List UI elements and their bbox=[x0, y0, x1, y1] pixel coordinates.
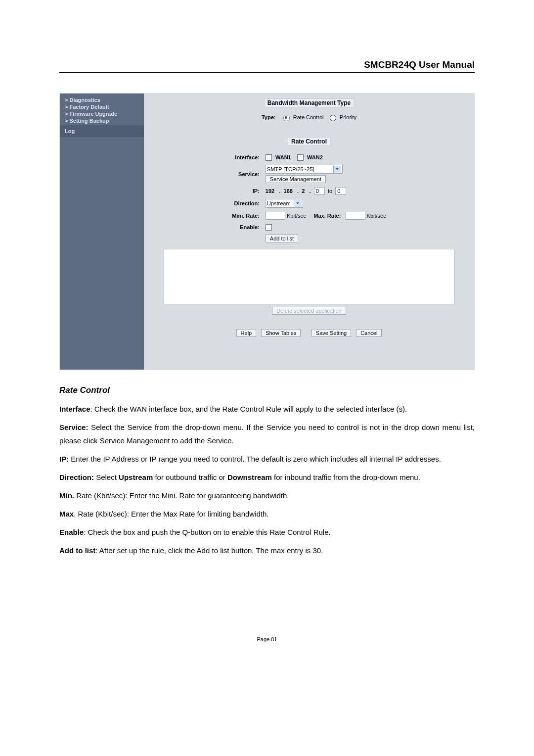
label-service: Service: bbox=[232, 163, 265, 185]
max-rate-input[interactable] bbox=[346, 212, 365, 220]
label-direction: Direction: bbox=[232, 197, 265, 209]
page-footer: Page 81 bbox=[59, 636, 475, 642]
sidebar: > Diagnostics > Factory Default > Firmwa… bbox=[60, 94, 144, 370]
doc-body: Rate Control Interface: Check the WAN in… bbox=[59, 383, 475, 557]
service-value: SMTP [TCP/25~25] bbox=[267, 166, 330, 172]
sidebar-item-factory-default[interactable]: > Factory Default bbox=[60, 103, 144, 110]
doc-heading: Rate Control bbox=[59, 383, 475, 398]
t-min-b: Min. bbox=[59, 491, 74, 500]
t-dir-b: Direction: bbox=[59, 473, 94, 481]
enable-checkbox[interactable] bbox=[266, 224, 272, 231]
service-management-button[interactable]: Service Management bbox=[266, 175, 326, 183]
t-add-b: Add to list bbox=[59, 546, 95, 555]
t-min: Rate (Kbit/sec): Enter the Mini. Rate fo… bbox=[74, 491, 289, 500]
ip-range-end-input[interactable] bbox=[335, 187, 346, 195]
label-interface: Interface: bbox=[232, 153, 265, 163]
ip-octet1: 192 bbox=[266, 188, 274, 194]
ui-screenshot: > Diagnostics > Factory Default > Firmwa… bbox=[59, 93, 475, 370]
ip-octet3: 2 bbox=[302, 188, 305, 194]
t-service-b: Service: bbox=[59, 423, 88, 431]
t-dir-end: for inbound traffic from the drop-down m… bbox=[272, 473, 420, 481]
radio-rate-control-label: Rate Control bbox=[293, 114, 324, 120]
main-panel: Bandwidth Management Type Type: Rate Con… bbox=[144, 94, 474, 370]
chevron-down-icon bbox=[294, 200, 302, 207]
t-ip: Enter the IP Address or IP range you nee… bbox=[69, 455, 441, 463]
t-enable-b: Enable bbox=[59, 528, 84, 536]
rate-control-form: Interface: WAN1 WAN2 Service: bbox=[231, 152, 387, 245]
t-interface: : Check the WAN interface box, and the R… bbox=[90, 405, 407, 413]
type-label: Type: bbox=[262, 114, 276, 120]
delete-selected-button[interactable]: Delete selected application bbox=[272, 307, 346, 315]
doc-header: SMCBR24Q User Manual bbox=[59, 59, 475, 73]
t-interface-b: Interface bbox=[59, 405, 90, 413]
t-dir-down: Downstream bbox=[227, 473, 272, 481]
help-button[interactable]: Help bbox=[236, 329, 257, 337]
radio-rate-control[interactable] bbox=[283, 115, 290, 121]
min-rate-input[interactable] bbox=[266, 212, 285, 220]
doc-title: SMCBR24Q User Manual bbox=[364, 59, 475, 70]
service-select[interactable]: SMTP [TCP/25~25] bbox=[266, 165, 343, 174]
checkbox-wan2[interactable] bbox=[297, 154, 304, 161]
label-enable: Enable: bbox=[232, 222, 265, 232]
ip-to: to bbox=[328, 188, 332, 194]
t-add: : After set up the rule, click the Add t… bbox=[95, 546, 323, 555]
save-setting-button[interactable]: Save Setting bbox=[312, 329, 351, 337]
ip-octet4-input[interactable] bbox=[314, 187, 325, 195]
type-row: Type: Rate Control Priority bbox=[153, 114, 465, 121]
label-ip: IP: bbox=[232, 186, 265, 196]
wan2-label: WAN2 bbox=[307, 154, 323, 160]
rules-listbox[interactable] bbox=[164, 249, 454, 304]
radio-priority[interactable] bbox=[330, 115, 336, 121]
label-maxrate: Max. Rate: bbox=[313, 213, 341, 219]
kbit-2: Kbit/sec bbox=[367, 213, 386, 219]
t-dir-m2: for outbound traffic or bbox=[153, 473, 227, 481]
direction-select[interactable]: Upstream bbox=[266, 199, 303, 208]
t-max: . Rate (Kbit/sec): Enter the Max Rate fo… bbox=[74, 510, 268, 518]
chevron-down-icon bbox=[333, 166, 341, 173]
t-dir-up: Upstream bbox=[119, 473, 153, 481]
cancel-button[interactable]: Cancel bbox=[356, 329, 382, 337]
checkbox-wan1[interactable] bbox=[266, 154, 272, 161]
radio-priority-label: Priority bbox=[340, 114, 356, 120]
show-tables-button[interactable]: Show Tables bbox=[261, 329, 301, 337]
kbit-1: Kbit/sec bbox=[287, 213, 306, 219]
bm-title: Bandwidth Management Type bbox=[264, 98, 354, 107]
sidebar-item-diagnostics[interactable]: > Diagnostics bbox=[60, 96, 144, 103]
sidebar-item-firmware-upgrade[interactable]: > Firmware Upgrade bbox=[60, 110, 144, 117]
direction-value: Upstream bbox=[267, 200, 291, 206]
action-buttons: Help Show Tables Save Setting Cancel bbox=[153, 329, 465, 337]
t-dir-m1: Select bbox=[94, 473, 119, 481]
label-minrate: Mini. Rate: bbox=[232, 210, 265, 221]
add-to-list-button[interactable]: Add to list bbox=[266, 235, 298, 242]
t-max-b: Max bbox=[59, 510, 74, 518]
rc-title: Rate Control bbox=[288, 137, 330, 146]
t-service: Select the Service from the drop-down me… bbox=[59, 423, 475, 445]
ip-octet2: 168 bbox=[284, 188, 293, 194]
t-ip-b: IP: bbox=[59, 455, 69, 463]
sidebar-item-log[interactable]: Log bbox=[60, 125, 144, 137]
t-enable: : Check the box and push the Q-button on… bbox=[84, 528, 330, 536]
wan1-label: WAN1 bbox=[275, 154, 291, 160]
sidebar-item-setting-backup[interactable]: > Setting Backup bbox=[60, 117, 144, 124]
